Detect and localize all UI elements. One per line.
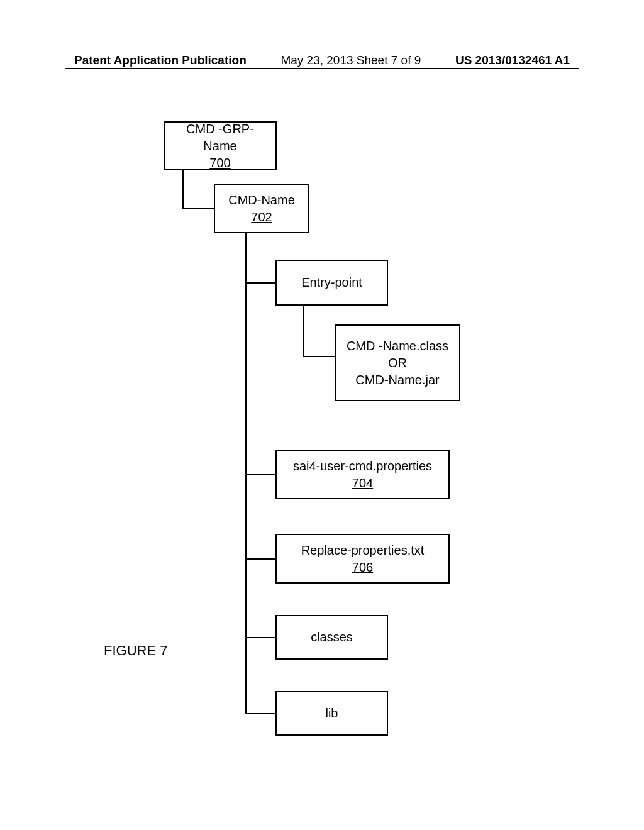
box-classes: classes: [275, 615, 388, 660]
connector-spine: [245, 233, 247, 713]
connector-to-classes: [245, 637, 275, 638]
label-cmd-name: CMD-Name: [228, 192, 295, 209]
box-replace-properties: Replace-properties.txt 706: [275, 534, 450, 584]
connector-to-replace: [245, 558, 275, 560]
connector-to-sai4: [245, 474, 275, 475]
label-cmd-grp-name: CMD -GRP-Name: [170, 121, 270, 155]
box-cmd-grp-name: CMD -GRP-Name 700: [164, 121, 277, 170]
box-entry-point: Entry-point: [275, 260, 388, 306]
box-lib: lib: [275, 691, 388, 736]
ref-702: 702: [251, 209, 272, 226]
ref-706: 706: [352, 559, 373, 576]
connector-h-entry-classjar: [303, 356, 335, 357]
ref-700: 700: [209, 155, 230, 172]
label-sai4-properties: sai4-user-cmd.properties: [293, 458, 432, 475]
connector-to-entry-point: [245, 282, 275, 284]
connector-to-lib: [245, 713, 275, 714]
box-sai4-properties: sai4-user-cmd.properties 704: [275, 450, 450, 499]
connector-v-700-702: [182, 170, 184, 209]
label-replace-properties: Replace-properties.txt: [301, 542, 425, 559]
connector-v-entry-classjar: [303, 306, 304, 357]
label-classes: classes: [311, 629, 353, 646]
connector-h-700-702: [182, 208, 214, 209]
figure-label: FIGURE 7: [104, 643, 167, 659]
box-cmd-name: CMD-Name 702: [214, 184, 309, 233]
label-class-or-jar: CMD -Name.class OR CMD-Name.jar: [347, 338, 448, 389]
figure-7-diagram: CMD -GRP-Name 700 CMD-Name 702 Entry-poi…: [0, 0, 644, 830]
label-lib: lib: [325, 705, 338, 722]
label-entry-point: Entry-point: [301, 274, 362, 291]
box-class-or-jar: CMD -Name.class OR CMD-Name.jar: [335, 324, 460, 401]
ref-704: 704: [352, 475, 373, 492]
